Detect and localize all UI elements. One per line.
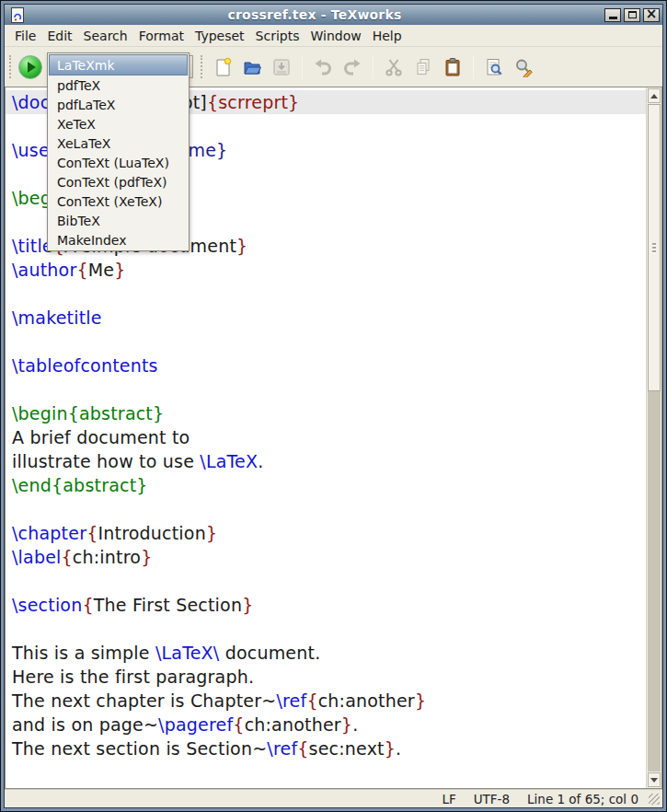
paste-button[interactable]	[439, 52, 466, 82]
editor-line[interactable]: \begin{abstract}	[12, 401, 646, 425]
find-button[interactable]	[480, 52, 508, 82]
code-token: ch:another	[318, 690, 415, 711]
editor-line[interactable]: and is on page~\pageref{ch:another}.	[12, 713, 646, 737]
window-resize-grip[interactable]	[649, 794, 660, 805]
code-token: \end{abstract}	[12, 475, 148, 495]
editor-line[interactable]	[12, 330, 646, 354]
undo-button[interactable]	[309, 52, 337, 82]
editor-line[interactable]: \tableofcontents	[12, 354, 646, 377]
editor-line[interactable]	[12, 377, 646, 401]
editor-line[interactable]: \section{The First Section}	[12, 593, 646, 617]
editor-line[interactable]: A brief document to	[12, 425, 646, 449]
open-folder-icon	[242, 57, 262, 77]
editor-line[interactable]: \chapter{Introduction}	[12, 521, 646, 545]
editor-line[interactable]	[12, 617, 646, 641]
code-token: ch:another	[245, 714, 341, 735]
code-token: \label	[12, 547, 62, 567]
engine-option-xelatex[interactable]: XeLaTeX	[49, 133, 188, 153]
code-token: }	[341, 714, 352, 735]
texworks-app-icon	[11, 7, 24, 23]
line-ending-indicator: LF	[442, 792, 455, 806]
scrollbar-thumb[interactable]	[648, 104, 661, 391]
code-token: }	[242, 595, 253, 615]
code-token: {	[86, 523, 98, 543]
code-token: Introduction	[98, 523, 205, 543]
code-token: \LaTeX\	[155, 643, 220, 663]
code-token: }	[236, 236, 247, 256]
minimize-button[interactable]	[604, 8, 621, 22]
cursor-position-indicator: Line 1 of 65; col 0	[527, 792, 638, 806]
scroll-up-button[interactable]	[648, 88, 661, 103]
menu-search[interactable]: Search	[78, 27, 133, 45]
code-token: .	[352, 714, 358, 735]
code-token: \ref	[267, 738, 297, 759]
code-token: The First Section	[94, 595, 242, 615]
find-icon	[484, 57, 504, 77]
engine-option-makeindex[interactable]: MakeIndex	[49, 230, 188, 249]
engine-option-latexmk[interactable]: LaTeXmk	[49, 54, 188, 75]
play-icon	[28, 62, 36, 73]
code-token: \begin{abstract}	[12, 403, 164, 423]
code-token: }	[114, 260, 125, 280]
editor-line[interactable]: \maketitle	[12, 306, 646, 330]
menu-help[interactable]: Help	[367, 27, 408, 45]
editor-line[interactable]: illustrate how to use \LaTeX.	[12, 449, 646, 473]
editor-line[interactable]: The next section is Section~\ref{sec:nex…	[12, 737, 646, 760]
vertical-scrollbar[interactable]	[646, 87, 661, 788]
code-token: This is a simple	[12, 643, 155, 663]
menu-edit[interactable]: Edit	[41, 27, 77, 45]
application-window: crossref.tex - TeXworks × File Edit Sear…	[0, 0, 667, 812]
engine-option-context-xetex[interactable]: ConTeXt (XeTeX)	[49, 191, 188, 211]
code-token: ch:intro	[73, 547, 141, 567]
scroll-down-button[interactable]	[648, 772, 661, 787]
cut-button[interactable]	[380, 52, 408, 82]
editor-line[interactable]: Here is the first paragraph.	[12, 665, 646, 689]
copy-button[interactable]	[409, 52, 437, 82]
toolbar-separator	[302, 55, 303, 79]
arrow-down-icon	[650, 778, 658, 786]
maximize-button[interactable]	[624, 8, 640, 22]
typeset-run-button[interactable]	[18, 55, 42, 79]
title-bar[interactable]: crossref.tex - TeXworks ×	[5, 5, 662, 25]
editor-line[interactable]	[12, 497, 646, 521]
engine-option-bibtex[interactable]: BibTeX	[49, 211, 188, 230]
close-button[interactable]: ×	[643, 8, 660, 22]
code-token: The next section is Section~	[12, 738, 267, 759]
open-document-button[interactable]	[238, 52, 266, 82]
save-document-button[interactable]	[268, 52, 295, 82]
engine-option-pdftex[interactable]: pdfTeX	[49, 75, 188, 95]
toolbar-grip[interactable]	[201, 55, 203, 78]
engine-option-pdflatex[interactable]: pdfLaTeX	[49, 95, 188, 114]
editor-line[interactable]: The next chapter is Chapter~\ref{ch:anot…	[12, 689, 646, 713]
editor-line[interactable]: \author{Me}	[12, 258, 646, 282]
new-document-button[interactable]	[209, 52, 236, 82]
menu-typeset[interactable]: Typeset	[190, 27, 250, 45]
menu-scripts[interactable]: Scripts	[250, 27, 305, 45]
editor-line[interactable]: \end{abstract}	[12, 473, 646, 497]
menu-window[interactable]: Window	[305, 27, 366, 45]
scrollbar-track[interactable]	[648, 391, 661, 771]
editor-line[interactable]: This is a simple \LaTeX\ document.	[12, 641, 646, 665]
code-token: }	[206, 523, 217, 543]
find-replace-button[interactable]	[510, 52, 537, 82]
engine-option-context-luatex[interactable]: ConTeXt (LuaTeX)	[49, 153, 188, 172]
editor-line[interactable]	[12, 282, 646, 306]
menu-file[interactable]: File	[9, 27, 41, 45]
code-token: Me	[88, 260, 114, 280]
editor-line[interactable]	[12, 569, 646, 593]
code-token: }	[415, 690, 426, 711]
code-token: {	[82, 595, 93, 615]
toolbar-grip[interactable]	[9, 55, 12, 78]
code-token: .	[258, 451, 263, 471]
menu-format[interactable]: Format	[133, 27, 190, 45]
code-token: sec:next	[309, 738, 385, 759]
engine-option-context-pdftex[interactable]: ConTeXt (pdfTeX)	[49, 172, 188, 191]
code-token: \chapter	[12, 523, 86, 543]
engine-option-xetex[interactable]: XeTeX	[49, 114, 188, 133]
editor-line[interactable]: \label{ch:intro}	[12, 545, 646, 569]
redo-button[interactable]	[339, 52, 366, 82]
redo-icon	[342, 57, 362, 77]
encoding-indicator: UTF-8	[474, 792, 510, 806]
cut-icon	[384, 57, 404, 77]
maximize-icon	[628, 11, 637, 18]
